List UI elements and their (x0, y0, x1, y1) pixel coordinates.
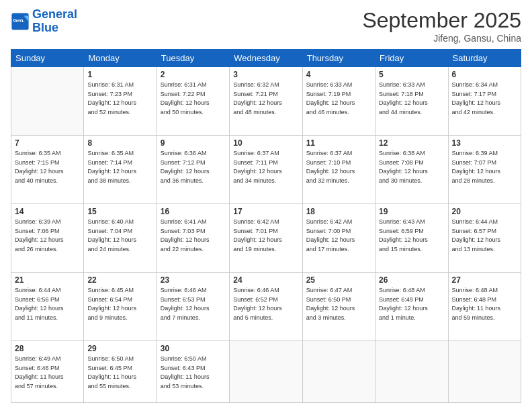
header-row: Sunday Monday Tuesday Wednesday Thursday… (11, 50, 521, 67)
day-number: 30 (161, 344, 226, 353)
logo-text: General Blue (32, 8, 77, 35)
day-number: 7 (15, 138, 80, 148)
day-number: 10 (233, 138, 298, 148)
day-number: 22 (87, 275, 152, 285)
day-number: 23 (161, 275, 226, 285)
table-row: 11Sunrise: 6:37 AM Sunset: 7:10 PM Dayli… (302, 136, 375, 204)
table-row: 5Sunrise: 6:33 AM Sunset: 7:18 PM Daylig… (375, 67, 448, 136)
table-row: 26Sunrise: 6:48 AM Sunset: 6:49 PM Dayli… (375, 273, 448, 341)
table-row: 6Sunrise: 6:34 AM Sunset: 7:17 PM Daylig… (448, 67, 521, 136)
table-row: 29Sunrise: 6:50 AM Sunset: 6:45 PM Dayli… (84, 341, 157, 403)
day-info: Sunrise: 6:43 AM Sunset: 6:59 PM Dayligh… (379, 218, 444, 254)
day-info: Sunrise: 6:42 AM Sunset: 7:01 PM Dayligh… (233, 218, 298, 254)
day-number: 29 (87, 344, 152, 353)
col-friday: Friday (375, 50, 448, 67)
day-number: 8 (87, 138, 152, 148)
table-row (375, 341, 448, 403)
table-row: 9Sunrise: 6:36 AM Sunset: 7:12 PM Daylig… (157, 136, 229, 204)
table-row: 28Sunrise: 6:49 AM Sunset: 6:46 PM Dayli… (11, 341, 84, 403)
table-row: 4Sunrise: 6:33 AM Sunset: 7:19 PM Daylig… (302, 67, 375, 136)
table-row: 1Sunrise: 6:31 AM Sunset: 7:23 PM Daylig… (84, 67, 157, 136)
col-wednesday: Wednesday (230, 50, 302, 67)
day-info: Sunrise: 6:46 AM Sunset: 6:53 PM Dayligh… (161, 286, 226, 322)
day-number: 17 (233, 207, 298, 216)
day-number: 15 (87, 207, 152, 216)
table-row: 7Sunrise: 6:35 AM Sunset: 7:15 PM Daylig… (11, 136, 84, 204)
day-number: 9 (161, 138, 226, 148)
day-info: Sunrise: 6:31 AM Sunset: 7:23 PM Dayligh… (87, 81, 152, 117)
day-number: 4 (306, 70, 371, 79)
day-number: 20 (452, 207, 517, 216)
location: Jifeng, Gansu, China (362, 33, 521, 44)
table-row: 20Sunrise: 6:44 AM Sunset: 6:57 PM Dayli… (448, 204, 521, 273)
logo: Gen. General Blue (11, 8, 77, 35)
day-number: 25 (306, 275, 371, 285)
day-number: 26 (379, 275, 444, 285)
day-number: 28 (15, 344, 80, 353)
table-row (448, 341, 521, 403)
day-info: Sunrise: 6:45 AM Sunset: 6:54 PM Dayligh… (87, 286, 152, 322)
table-row: 30Sunrise: 6:50 AM Sunset: 6:43 PM Dayli… (157, 341, 229, 403)
table-row: 22Sunrise: 6:45 AM Sunset: 6:54 PM Dayli… (84, 273, 157, 341)
table-row: 2Sunrise: 6:31 AM Sunset: 7:22 PM Daylig… (157, 67, 229, 136)
logo-icon: Gen. (11, 12, 30, 31)
title-block: September 2025 Jifeng, Gansu, China (362, 8, 521, 44)
table-row: 13Sunrise: 6:39 AM Sunset: 7:07 PM Dayli… (448, 136, 521, 204)
day-number: 11 (306, 138, 371, 148)
table-row: 25Sunrise: 6:47 AM Sunset: 6:50 PM Dayli… (302, 273, 375, 341)
table-row (230, 341, 302, 403)
day-info: Sunrise: 6:37 AM Sunset: 7:11 PM Dayligh… (233, 149, 298, 185)
day-number: 2 (161, 70, 226, 79)
month-title: September 2025 (362, 8, 521, 33)
col-sunday: Sunday (11, 50, 84, 67)
logo-line1: General (32, 7, 77, 21)
day-number: 3 (233, 70, 298, 79)
table-row: 16Sunrise: 6:41 AM Sunset: 7:03 PM Dayli… (157, 204, 229, 273)
col-tuesday: Tuesday (157, 50, 229, 67)
col-saturday: Saturday (448, 50, 521, 67)
day-number: 1 (87, 70, 152, 79)
day-info: Sunrise: 6:32 AM Sunset: 7:21 PM Dayligh… (233, 81, 298, 117)
day-number: 16 (161, 207, 226, 216)
table-row: 12Sunrise: 6:38 AM Sunset: 7:08 PM Dayli… (375, 136, 448, 204)
col-thursday: Thursday (302, 50, 375, 67)
table-row: 14Sunrise: 6:39 AM Sunset: 7:06 PM Dayli… (11, 204, 84, 273)
day-info: Sunrise: 6:39 AM Sunset: 7:07 PM Dayligh… (452, 149, 517, 185)
day-info: Sunrise: 6:36 AM Sunset: 7:12 PM Dayligh… (161, 149, 226, 185)
day-info: Sunrise: 6:48 AM Sunset: 6:49 PM Dayligh… (379, 286, 444, 322)
day-info: Sunrise: 6:44 AM Sunset: 6:57 PM Dayligh… (452, 218, 517, 254)
day-number: 18 (306, 207, 371, 216)
table-row: 21Sunrise: 6:44 AM Sunset: 6:56 PM Dayli… (11, 273, 84, 341)
day-info: Sunrise: 6:49 AM Sunset: 6:46 PM Dayligh… (15, 355, 80, 391)
day-number: 27 (452, 275, 517, 285)
day-info: Sunrise: 6:34 AM Sunset: 7:17 PM Dayligh… (452, 81, 517, 117)
day-info: Sunrise: 6:44 AM Sunset: 6:56 PM Dayligh… (15, 286, 80, 322)
header: Gen. General Blue September 2025 Jifeng,… (11, 8, 521, 44)
table-row: 19Sunrise: 6:43 AM Sunset: 6:59 PM Dayli… (375, 204, 448, 273)
table-row: 10Sunrise: 6:37 AM Sunset: 7:11 PM Dayli… (230, 136, 302, 204)
day-info: Sunrise: 6:33 AM Sunset: 7:18 PM Dayligh… (379, 81, 444, 117)
day-info: Sunrise: 6:47 AM Sunset: 6:50 PM Dayligh… (306, 286, 371, 322)
day-info: Sunrise: 6:37 AM Sunset: 7:10 PM Dayligh… (306, 149, 371, 185)
day-info: Sunrise: 6:40 AM Sunset: 7:04 PM Dayligh… (87, 218, 152, 254)
logo-line2: Blue (32, 21, 58, 34)
day-info: Sunrise: 6:50 AM Sunset: 6:43 PM Dayligh… (161, 355, 226, 391)
day-number: 6 (452, 70, 517, 79)
day-info: Sunrise: 6:35 AM Sunset: 7:14 PM Dayligh… (87, 149, 152, 185)
table-row (11, 67, 84, 136)
day-info: Sunrise: 6:46 AM Sunset: 6:52 PM Dayligh… (233, 286, 298, 322)
table-row: 27Sunrise: 6:48 AM Sunset: 6:48 PM Dayli… (448, 273, 521, 341)
table-row (302, 341, 375, 403)
day-number: 5 (379, 70, 444, 79)
day-number: 13 (452, 138, 517, 148)
table-row: 3Sunrise: 6:32 AM Sunset: 7:21 PM Daylig… (230, 67, 302, 136)
day-info: Sunrise: 6:35 AM Sunset: 7:15 PM Dayligh… (15, 149, 80, 185)
day-info: Sunrise: 6:50 AM Sunset: 6:45 PM Dayligh… (87, 355, 152, 391)
day-info: Sunrise: 6:48 AM Sunset: 6:48 PM Dayligh… (452, 286, 517, 322)
page: Gen. General Blue September 2025 Jifeng,… (0, 0, 532, 411)
day-info: Sunrise: 6:42 AM Sunset: 7:00 PM Dayligh… (306, 218, 371, 254)
day-number: 19 (379, 207, 444, 216)
table-row: 23Sunrise: 6:46 AM Sunset: 6:53 PM Dayli… (157, 273, 229, 341)
day-info: Sunrise: 6:31 AM Sunset: 7:22 PM Dayligh… (161, 81, 226, 117)
col-monday: Monday (84, 50, 157, 67)
